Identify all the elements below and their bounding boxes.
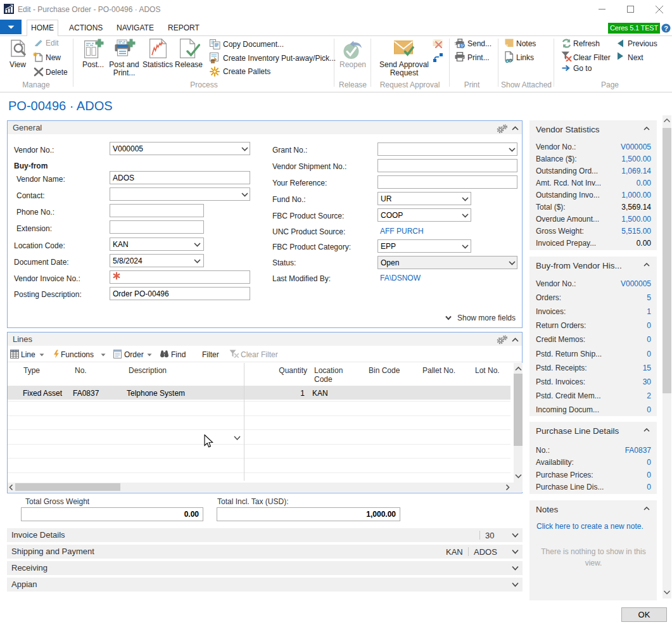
svg-text:?: ?	[664, 25, 668, 32]
